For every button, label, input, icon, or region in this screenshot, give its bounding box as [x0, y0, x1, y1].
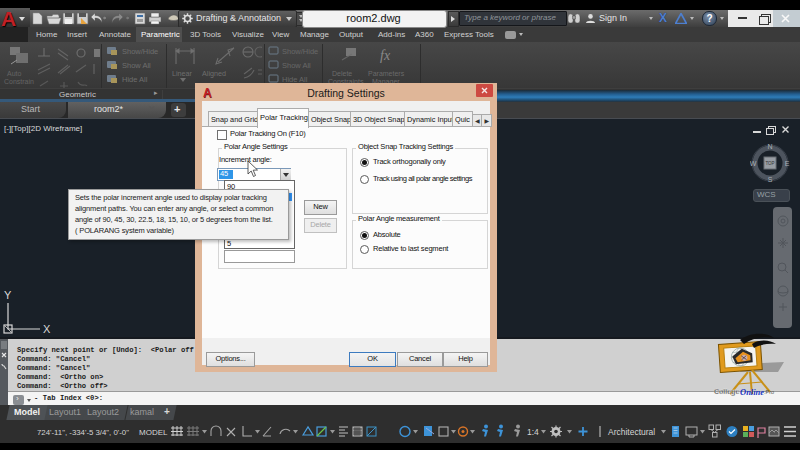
svg-text:E: E — [785, 160, 790, 167]
svg-text:Online: Online — [740, 387, 764, 397]
svg-text:TOP: TOP — [765, 161, 774, 166]
svg-text:N: N — [767, 143, 772, 150]
svg-text:MODEL: MODEL — [139, 428, 168, 437]
svg-text:College: College — [714, 388, 739, 396]
svg-text:1:4: 1:4 — [527, 427, 539, 437]
svg-text:fx: fx — [380, 48, 391, 63]
svg-text:X: X — [43, 323, 51, 335]
svg-text:Architectural: Architectural — [608, 427, 655, 437]
svg-text:Y: Y — [4, 289, 12, 301]
svg-text:724'-11", -334'-5 3/4", 0'-0": 724'-11", -334'-5 3/4", 0'-0" — [37, 428, 129, 437]
svg-text:W: W — [750, 160, 757, 167]
svg-text:S: S — [768, 176, 773, 183]
svg-text:.Pro: .Pro — [764, 389, 774, 395]
